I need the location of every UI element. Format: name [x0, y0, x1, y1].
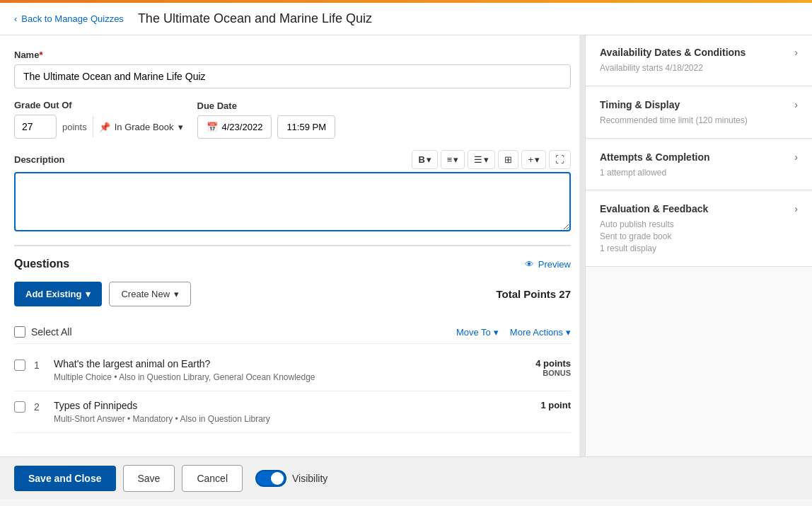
- grade-book-button[interactable]: 📌 In Grade Book: [99, 122, 183, 132]
- fullscreen-button[interactable]: ⛶: [549, 150, 571, 169]
- chevron-right-icon-0: ›: [794, 47, 798, 58]
- chevron-down-icon: [566, 327, 571, 338]
- right-section-sub-0: Availability starts 4/18/2022: [600, 62, 798, 74]
- calendar-icon: 📅: [207, 122, 218, 132]
- points-label: points: [62, 122, 87, 132]
- visibility-label: Visibility: [292, 473, 327, 484]
- add-buttons: Add Existing Create New: [14, 282, 191, 306]
- question-checkbox-1[interactable]: [14, 360, 25, 371]
- right-section-sub-2: 1 attempt allowed: [600, 167, 798, 179]
- toolbar: B ≡ ☰ ⊞ +: [412, 150, 571, 169]
- footer-bar: Save and Close Save Cancel Visibility: [0, 456, 812, 499]
- questions-title: Questions: [14, 258, 69, 270]
- bold-button[interactable]: B: [412, 150, 437, 169]
- right-section-1[interactable]: Timing & Display › Recommended time limi…: [586, 88, 812, 139]
- chevron-down-icon: [427, 154, 431, 165]
- right-section-3[interactable]: Evaluation & Feedback › Auto publish res…: [586, 192, 812, 266]
- create-new-label: Create New: [121, 289, 170, 299]
- back-link-label: Back to Manage Quizzes: [21, 13, 124, 24]
- grid-button[interactable]: ⊞: [498, 150, 518, 169]
- question-item-1: 1 What's the largest animal on Earth? Mu…: [14, 350, 571, 391]
- question-content-2: Types of Pinnipeds Multi-Short Answer • …: [54, 400, 532, 424]
- chevron-down-icon: [535, 154, 540, 165]
- plus-icon: +: [528, 154, 533, 165]
- more-actions-label: More Actions: [510, 327, 563, 338]
- question-points-1: 4 points: [535, 358, 571, 369]
- insert-button[interactable]: +: [521, 150, 546, 169]
- back-link[interactable]: Back to Manage Quizzes: [14, 13, 124, 24]
- question-title-1: What's the largest animal on Earth?: [54, 358, 527, 369]
- move-to-button[interactable]: Move To: [456, 327, 499, 338]
- right-section-title-1: Timing & Display: [600, 99, 680, 110]
- bold-icon: B: [418, 154, 424, 165]
- select-all-checkbox[interactable]: [14, 326, 25, 338]
- add-existing-button[interactable]: Add Existing: [14, 282, 102, 306]
- due-date-value: 4/23/2022: [222, 122, 263, 132]
- name-input[interactable]: [14, 64, 571, 88]
- save-and-close-button[interactable]: Save and Close: [14, 466, 116, 491]
- select-all-actions: Move To More Actions: [456, 327, 571, 338]
- grade-due-row: Grade Out Of points 📌 In Grade Book Due …: [14, 100, 571, 139]
- page-title: The Ultimate Ocean and Marine Life Quiz: [138, 11, 372, 26]
- align-icon: ≡: [447, 154, 453, 165]
- toggle-switch[interactable]: [255, 470, 286, 487]
- align-button[interactable]: ≡: [441, 150, 465, 169]
- fullscreen-icon: ⛶: [555, 154, 564, 165]
- question-checkbox-2[interactable]: [14, 401, 25, 413]
- grid-icon: ⊞: [504, 154, 512, 165]
- divider: [93, 116, 93, 137]
- right-section-title-0: Availability Dates & Conditions: [600, 47, 746, 58]
- select-all-label: Select All: [31, 326, 72, 338]
- description-label: Description: [14, 154, 65, 165]
- grade-input[interactable]: [14, 115, 57, 139]
- questions-section: Questions 👁 Preview Add Existing Create …: [14, 245, 571, 433]
- chevron-down-icon: [174, 289, 179, 299]
- right-section-title-2: Attempts & Completion: [600, 151, 710, 163]
- cancel-button[interactable]: Cancel: [182, 465, 243, 492]
- main-layout: Name* Grade Out Of points 📌 In Grade Boo…: [0, 35, 812, 456]
- chevron-right-icon-1: ›: [794, 99, 798, 110]
- due-date-button[interactable]: 📅 4/23/2022: [197, 115, 272, 139]
- questions-header: Questions 👁 Preview: [14, 258, 571, 270]
- bonus-badge-1: BONUS: [535, 369, 571, 377]
- question-list: 1 What's the largest animal on Earth? Mu…: [14, 350, 571, 433]
- move-to-label: Move To: [456, 327, 491, 338]
- preview-button[interactable]: 👁 Preview: [525, 259, 571, 270]
- due-date-label: Due Date: [197, 100, 336, 111]
- list-icon: ☰: [474, 154, 482, 165]
- question-item-2: 2 Types of Pinnipeds Multi-Short Answer …: [14, 391, 571, 433]
- right-section-sub-1: Recommended time limit (120 minutes): [600, 115, 798, 127]
- visibility-toggle: Visibility: [255, 470, 327, 487]
- chevron-down-icon: [178, 122, 183, 132]
- more-actions-button[interactable]: More Actions: [510, 327, 571, 338]
- due-date-row: 📅 4/23/2022 11:59 PM: [197, 115, 336, 139]
- chevron-right-icon-2: ›: [794, 151, 798, 163]
- save-button[interactable]: Save: [123, 465, 175, 492]
- question-number-1: 1: [34, 360, 45, 371]
- list-button[interactable]: ☰: [468, 150, 495, 169]
- left-panel: Name* Grade Out Of points 📌 In Grade Boo…: [0, 35, 586, 456]
- add-question-row: Add Existing Create New Total Points 27: [14, 282, 571, 306]
- grade-book-label: In Grade Book: [115, 122, 174, 132]
- header: Back to Manage Quizzes The Ultimate Ocea…: [0, 3, 812, 35]
- select-all-left: Select All: [14, 326, 72, 338]
- due-time-button[interactable]: 11:59 PM: [277, 115, 335, 139]
- description-textarea[interactable]: [14, 172, 571, 231]
- right-panel: Availability Dates & Conditions › Availa…: [586, 35, 812, 456]
- right-section-title-3: Evaluation & Feedback: [600, 203, 708, 214]
- right-sections: Availability Dates & Conditions › Availa…: [586, 35, 812, 267]
- chevron-down-icon: [494, 327, 499, 338]
- question-title-2: Types of Pinnipeds: [54, 400, 532, 411]
- pin-icon: 📌: [99, 122, 110, 132]
- right-section-2[interactable]: Attempts & Completion › 1 attempt allowe…: [586, 140, 812, 191]
- right-section-0[interactable]: Availability Dates & Conditions › Availa…: [586, 35, 812, 86]
- question-points-2: 1 point: [540, 400, 571, 410]
- create-new-button[interactable]: Create New: [109, 282, 191, 306]
- preview-icon: 👁: [525, 259, 534, 270]
- grade-label: Grade Out Of: [14, 100, 183, 110]
- toggle-thumb: [271, 472, 284, 485]
- question-meta-1: Multiple Choice • Also in Question Libra…: [54, 372, 527, 382]
- question-number-2: 2: [34, 401, 45, 413]
- due-time-value: 11:59 PM: [286, 122, 326, 132]
- chevron-down-icon: [453, 154, 458, 165]
